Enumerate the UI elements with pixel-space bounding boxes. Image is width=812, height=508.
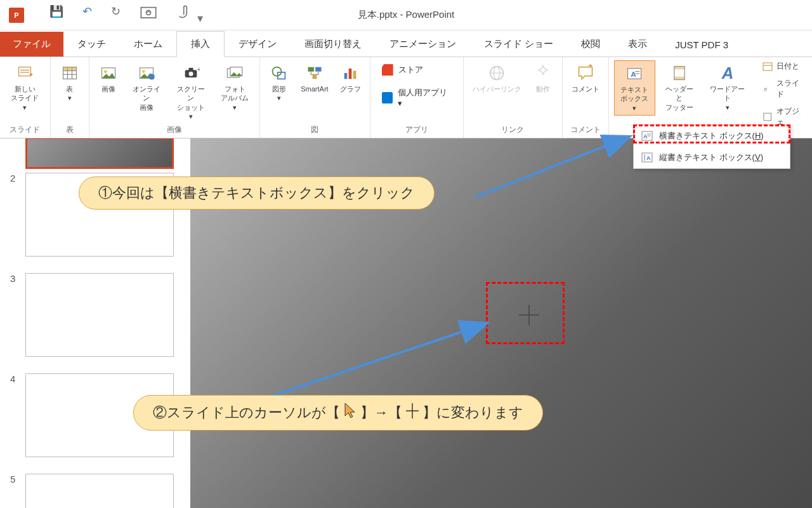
svg-point-22 <box>273 67 282 76</box>
svg-rect-29 <box>353 71 357 79</box>
arrow-to-dropdown <box>469 133 634 203</box>
new-slide-icon <box>15 63 35 83</box>
window-title: 見本.pptx - PowerPoint <box>358 9 455 21</box>
svg-rect-44 <box>764 113 771 121</box>
group-label: アプリ <box>376 123 458 137</box>
tab-home[interactable]: ホーム <box>120 32 176 57</box>
group-label: 表 <box>56 123 84 137</box>
shapes-icon <box>269 63 289 83</box>
addins-button[interactable]: 個人用アプリ ▾ <box>382 87 452 108</box>
smartart-icon <box>304 63 325 83</box>
tab-review[interactable]: 校閲 <box>567 32 614 57</box>
svg-rect-10 <box>63 67 76 71</box>
arrow-to-crosshair <box>254 318 495 406</box>
group-images: 画像 オンライン 画像 + スクリーン ショット ▾ フォト アルバム ▾ 画像 <box>89 57 260 138</box>
redo-icon[interactable]: ↻ <box>111 4 121 25</box>
svg-rect-24 <box>308 67 313 72</box>
header-footer-button[interactable]: ヘッダーと フッター <box>659 60 700 114</box>
chart-button[interactable]: グラフ <box>336 60 365 96</box>
thumbnail[interactable] <box>25 273 174 357</box>
touch-mode-icon[interactable]: ▾ <box>176 4 203 25</box>
group-label: 図 <box>265 123 364 137</box>
datetime-button[interactable]: 日付と <box>763 61 806 72</box>
save-icon[interactable]: 💾 <box>49 4 63 25</box>
screenshot-button[interactable]: + スクリーン ショット ▾ <box>171 60 211 123</box>
thumb-number: 3 <box>10 273 16 284</box>
table-icon <box>60 63 80 83</box>
present-icon[interactable] <box>140 4 157 25</box>
svg-point-14 <box>142 70 145 73</box>
crosshair-on-canvas <box>518 304 540 331</box>
shapes-button[interactable]: 図形 ▾ <box>265 60 293 105</box>
photo-album-button[interactable]: フォト アルバム ▾ <box>215 60 254 114</box>
highlight-box-dropdown <box>633 124 790 144</box>
group-comment: コメント コメント <box>563 57 609 138</box>
svg-rect-39 <box>674 77 684 80</box>
ribbon-tabs: ファイル タッチ ホーム 挿入 デザイン 画面切り替え アニメーション スライド… <box>0 30 812 57</box>
smartart-button[interactable]: SmartArt <box>297 60 332 96</box>
store-icon <box>382 64 393 76</box>
thumb-number: 4 <box>10 373 16 384</box>
album-icon <box>225 63 245 83</box>
thumbnail-active[interactable] <box>25 138 174 169</box>
tab-view[interactable]: 表示 <box>614 32 661 57</box>
thumb-number: 5 <box>10 474 16 485</box>
wordart-button[interactable]: A ワードアート ▾ <box>704 60 751 114</box>
store-button[interactable]: ストア <box>382 64 452 76</box>
svg-rect-0 <box>141 8 155 18</box>
group-links: ハイパーリンク 動作 リンク <box>464 57 563 138</box>
svg-rect-38 <box>674 67 684 70</box>
tab-animations[interactable]: アニメーション <box>376 32 470 57</box>
online-image-button[interactable]: オンライン 画像 <box>126 60 167 114</box>
action-button: 動作 <box>529 60 557 96</box>
image-button[interactable]: 画像 <box>95 60 122 96</box>
svg-rect-2 <box>19 67 31 76</box>
textbox-icon: A <box>624 64 645 84</box>
thumb-number: 2 <box>10 173 16 184</box>
thumbnail[interactable] <box>25 474 174 508</box>
svg-text:+: + <box>197 65 200 73</box>
group-apps: ストア 個人用アプリ ▾ アプリ <box>370 57 464 138</box>
group-label: 画像 <box>95 123 254 137</box>
online-picture-icon <box>136 63 157 83</box>
textbox-button[interactable]: A テキスト ボックス ▾ <box>614 60 655 116</box>
tab-slideshow[interactable]: スライド ショー <box>470 32 567 57</box>
svg-rect-27 <box>344 73 348 79</box>
addin-icon <box>382 92 393 104</box>
undo-icon[interactable]: ↶ <box>82 4 92 25</box>
svg-line-54 <box>476 137 628 197</box>
svg-text:A: A <box>646 155 651 161</box>
svg-rect-26 <box>312 74 317 79</box>
tab-file[interactable]: ファイル <box>0 32 63 57</box>
group-slide: 新しい スライド ▾ スライド <box>0 57 51 138</box>
chart-icon <box>340 63 360 83</box>
header-footer-icon <box>669 63 690 83</box>
screenshot-icon: + <box>181 63 201 83</box>
arrow-cursor-icon <box>343 402 358 424</box>
vertical-textbox-item[interactable]: A 縦書きテキスト ボックス(V) <box>634 147 790 168</box>
hyperlink-icon <box>487 63 507 83</box>
svg-line-55 <box>260 324 485 400</box>
new-slide-button[interactable]: 新しい スライド ▾ <box>5 60 45 114</box>
svg-point-12 <box>104 70 107 73</box>
svg-text:A: A <box>721 64 733 82</box>
svg-point-15 <box>148 74 154 79</box>
svg-text:#: # <box>764 86 768 93</box>
tab-design[interactable]: デザイン <box>225 32 291 57</box>
svg-rect-41 <box>763 63 772 70</box>
tab-transitions[interactable]: 画面切り替え <box>291 32 376 57</box>
group-figures: 図形 ▾ SmartArt グラフ 図 <box>260 57 370 138</box>
tab-insert[interactable]: 挿入 <box>176 31 225 57</box>
svg-rect-18 <box>188 68 193 71</box>
crosshair-cursor-icon <box>405 402 420 424</box>
slidenum-button[interactable]: #スライド <box>763 78 806 100</box>
tab-touch[interactable]: タッチ <box>63 32 120 57</box>
tab-justpdf[interactable]: JUST PDF 3 <box>661 33 742 57</box>
svg-rect-28 <box>349 69 352 79</box>
title-bar: P 💾 ↶ ↻ ▾ 見本.pptx - PowerPoint <box>0 0 812 30</box>
app-icon: P <box>9 8 24 23</box>
group-label: スライド <box>5 123 45 137</box>
table-button[interactable]: 表 ▾ <box>56 60 84 105</box>
wordart-icon: A <box>717 63 738 83</box>
comment-button[interactable]: コメント <box>568 60 603 96</box>
